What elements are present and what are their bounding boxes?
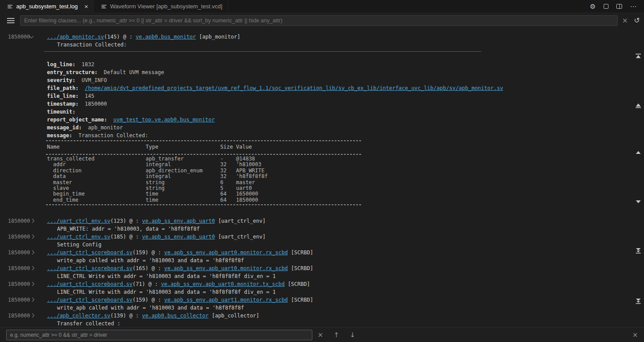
entry-separator: @ :: [148, 265, 164, 271]
detail-field-value: UVM_INFO: [82, 77, 107, 83]
menu-hamburger-icon[interactable]: [7, 20, 14, 21]
scroll-down-page-marker-icon[interactable]: [635, 247, 642, 254]
log-entry: 1850000.../uart_ctrl_scoreboard.sv(159) …: [0, 296, 644, 312]
entry-message: Transfer collected :: [47, 320, 644, 327]
entry-file-link[interactable]: .../uart_ctrl_env.sv: [47, 218, 111, 224]
entry-file-link[interactable]: .../uart_ctrl_scoreboard.sv: [47, 297, 132, 303]
cell-name: direction: [47, 168, 146, 174]
cell-size: 6: [220, 180, 236, 185]
entry-header: .../uart_ctrl_env.sv(185) @ : ve.apb_ss_…: [47, 233, 644, 241]
cell-size: 5: [220, 185, 236, 191]
detail-field-link[interactable]: /home/amiq/dvt_predefined_projects_targe…: [85, 85, 503, 91]
entry-header: .../uart_ctrl_scoreboard.sv(159) @ : ve.…: [47, 296, 644, 304]
find-previous-icon[interactable]: ↑: [334, 331, 340, 339]
expand-chevron-icon[interactable]: [30, 266, 35, 271]
detail-field-label: severity:: [47, 77, 75, 83]
entry-object-link[interactable]: ve.apb_ss_env.apb_uart0: [142, 218, 215, 224]
cell-name: end_time: [47, 197, 146, 203]
entry-timestamp: 1850000: [8, 217, 30, 225]
entry-header: .../apb_monitor.sv(145) @ : ve.apb0.bus_…: [47, 33, 644, 41]
cell-value: @14838: [236, 156, 644, 162]
filter-input[interactable]: [20, 15, 618, 26]
cell-name: addr: [47, 162, 146, 167]
tab-log-label: apb_subsystem_test.log: [16, 3, 78, 10]
scroll-to-bottom-marker-icon[interactable]: [635, 298, 642, 305]
expand-chevron-icon[interactable]: [30, 298, 35, 302]
split-editor-icon[interactable]: [616, 4, 622, 9]
waveform-file-icon: [101, 4, 107, 10]
detail-field: log_line:1832: [47, 61, 644, 68]
entry-tag: [SCRBD]: [288, 297, 313, 303]
entry-message: LINE_CTRL Write with addr = 'h810003 and…: [47, 273, 644, 281]
entry-object-link[interactable]: ve.apb_ss_env.apb_uart0.monitor.tx_scbd: [161, 281, 285, 287]
cell-size: -: [220, 156, 236, 162]
detail-field: severity:UVM_INFO: [47, 76, 644, 84]
cell-size: 32: [220, 162, 236, 167]
scroll-up-marker-icon[interactable]: [635, 149, 642, 156]
tab-close-icon[interactable]: ×: [84, 3, 88, 10]
maximize-panel-icon[interactable]: [604, 4, 608, 9]
expand-chevron-icon[interactable]: [30, 250, 35, 255]
detail-field-link[interactable]: uvm_test_top.ve.apb0.bus_monitor: [113, 117, 215, 123]
more-actions-icon[interactable]: ⋯: [630, 3, 637, 11]
entry-file-link[interactable]: .../uart_ctrl_scoreboard.sv: [47, 281, 132, 287]
entry-object-link[interactable]: ve.apb_ss_env.apb_uart0.monitor.rx_scbd: [164, 265, 288, 271]
log-entry: 1850000.../uart_ctrl_scoreboard.sv(159) …: [0, 249, 644, 264]
scroll-up-page-marker-icon[interactable]: [635, 102, 642, 109]
entry-timestamp: 1850000: [8, 233, 30, 241]
cell-size: 32: [220, 174, 236, 179]
entry-file-line: (123): [111, 218, 126, 224]
expand-chevron-icon[interactable]: [30, 235, 35, 239]
dashed-separator: [46, 204, 362, 205]
entry-object-link[interactable]: ve.apb_ss_env.apb_uart1.monitor.rx_scbd: [164, 297, 288, 303]
filter-clear-icon[interactable]: ×: [622, 17, 628, 24]
entry-file-link[interactable]: .../apb_monitor.sv: [47, 34, 104, 40]
cell-type: string: [146, 185, 220, 191]
table-row: trans_collectedapb_transfer-@14838: [47, 156, 644, 162]
detail-field-label: message:: [47, 132, 72, 139]
detail-separator-line: [44, 51, 481, 52]
settings-gear-icon[interactable]: ⚙: [590, 3, 596, 11]
expand-chevron-icon[interactable]: [30, 282, 35, 286]
entry-object-link[interactable]: ve.apb0.bus_monitor: [136, 34, 196, 40]
tab-log-file[interactable]: apb_subsystem_test.log ×: [0, 0, 94, 13]
cell-value: 'h810003: [236, 162, 644, 167]
detail-field-label: timeunit:: [47, 109, 75, 115]
scroll-to-top-marker-icon[interactable]: [635, 53, 642, 60]
find-next-icon[interactable]: ↓: [350, 331, 355, 339]
entry-message: Setting Config: [47, 241, 644, 249]
entry-header: .../uart_ctrl_scoreboard.sv(165) @ : ve.…: [47, 265, 644, 273]
scroll-down-marker-icon[interactable]: [635, 198, 642, 205]
detail-field: file_line:145: [47, 92, 644, 100]
entry-file-link[interactable]: .../uart_ctrl_scoreboard.sv: [47, 249, 132, 256]
log-file-icon: [7, 4, 13, 10]
expand-chevron-icon[interactable]: [30, 314, 35, 318]
find-clear-icon[interactable]: ×: [318, 331, 323, 339]
find-input[interactable]: [6, 330, 312, 340]
detail-field-value: 1832: [82, 61, 94, 68]
entry-file-link[interactable]: .../uart_ctrl_env.sv: [47, 234, 111, 240]
refresh-icon[interactable]: ↻: [634, 17, 640, 24]
table-column-header: Value: [236, 144, 644, 150]
entry-object-link[interactable]: ve.apb_ss_env.apb_uart0: [142, 234, 215, 240]
detail-field: report_object_name:uvm_test_top.ve.apb0.…: [47, 116, 644, 124]
entry-timestamp: 1850000: [8, 296, 30, 304]
entry-object-link[interactable]: ve.apb0.bus_collector: [142, 313, 209, 319]
tab-waveform-viewer[interactable]: Waveform Viewer [apb_subsystem_test.vcd]: [94, 0, 228, 13]
entry-timestamp: 1850000: [8, 33, 30, 41]
entry-file-link[interactable]: .../uart_ctrl_scoreboard.sv: [47, 265, 132, 271]
cell-value: 'h8f8f8f8f: [236, 174, 644, 179]
cell-name: master: [47, 180, 146, 185]
entry-file-link[interactable]: .../apb_collector.sv: [47, 313, 111, 319]
log-entries: 1850000.../apb_monitor.sv(145) @ : ve.ap…: [0, 28, 644, 327]
entry-header: .../uart_ctrl_env.sv(123) @ : ve.apb_ss_…: [47, 217, 644, 225]
find-close-icon[interactable]: ×: [632, 331, 638, 339]
entry-object-link[interactable]: ve.apb_ss_env.apb_uart0.monitor.rx_scbd: [164, 249, 288, 256]
entry-file-line: (185): [111, 234, 126, 240]
table-row: begin_timetime641650000: [47, 191, 644, 197]
entry-message: APB_WRITE: addr = 'h810003, data = 'h8f8…: [47, 225, 644, 233]
log-entry: 1850000.../uart_ctrl_env.sv(123) @ : ve.…: [0, 217, 644, 233]
expand-chevron-icon[interactable]: [30, 219, 35, 223]
cell-type: integral: [146, 174, 220, 179]
entry-separator: @ :: [148, 297, 164, 303]
